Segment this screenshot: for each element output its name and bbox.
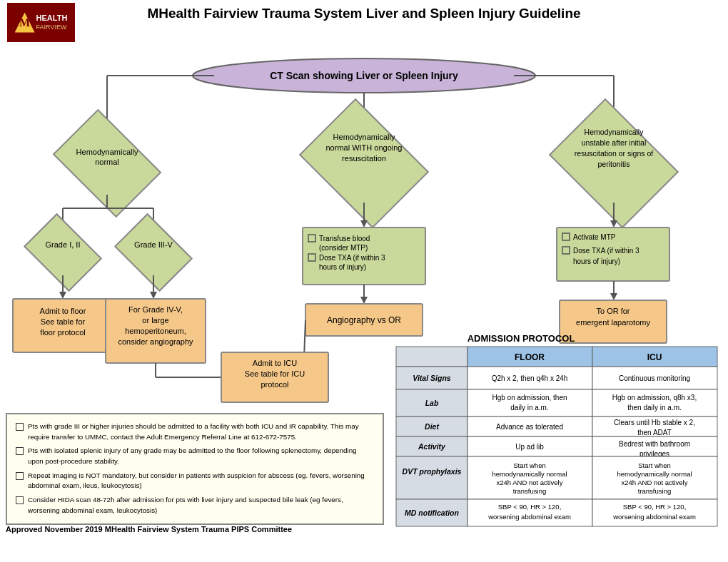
svg-marker-3 (103, 128, 111, 135)
page-title: MHealth Fairview Trauma System Liver and… (7, 6, 721, 21)
svg-text:SBP < 90, HR > 120,: SBP < 90, HR > 120, (623, 503, 687, 511)
svg-text:consider angiography: consider angiography (118, 337, 193, 346)
svg-text:or large: or large (142, 316, 168, 325)
svg-marker-52 (360, 297, 368, 304)
svg-marker-23 (59, 292, 66, 299)
svg-rect-68 (557, 228, 669, 281)
svg-text:SBP < 90, HR > 120,: SBP < 90, HR > 120, (498, 503, 562, 511)
svg-text:Diet: Diet (425, 422, 439, 431)
svg-rect-53 (305, 304, 423, 336)
svg-text:MD notification: MD notification (405, 509, 459, 517)
svg-text:Lab: Lab (425, 399, 439, 407)
svg-text:Start when: Start when (638, 461, 670, 469)
svg-rect-101 (592, 417, 717, 436)
svg-text:normal WITH ongoing: normal WITH ongoing (326, 143, 403, 152)
svg-text:peritonitis: peritonitis (598, 160, 630, 168)
svg-text:transfusing: transfusing (638, 487, 671, 495)
svg-text:Hemodynamically: Hemodynamically (333, 133, 395, 141)
svg-rect-125 (396, 499, 467, 526)
note-item-1: Pts with grade III or higher injuries sh… (16, 422, 374, 442)
top-node-text: CT Scan showing Liver or Spleen Injury (270, 70, 458, 81)
svg-rect-127 (592, 499, 717, 526)
svg-rect-45 (308, 235, 315, 242)
svg-text:Activity: Activity (418, 442, 446, 451)
svg-text:worsening abdominal exam: worsening abdominal exam (487, 513, 571, 521)
svg-marker-67 (610, 220, 617, 228)
svg-rect-92 (467, 389, 592, 417)
svg-text:See table for: See table for (41, 317, 86, 326)
svg-rect-93 (592, 389, 717, 417)
svg-text:resuscitation: resuscitation (342, 154, 386, 163)
svg-text:Vital Signs: Vital Signs (413, 374, 450, 382)
svg-text:Angiography vs OR: Angiography vs OR (327, 315, 401, 325)
svg-text:hours of injury): hours of injury) (573, 257, 620, 265)
notes-box: Pts with grade III or higher injuries sh… (6, 413, 384, 525)
svg-text:x24h  AND not actively: x24h AND not actively (622, 479, 688, 486)
svg-text:Continuous monitoring: Continuous monitoring (619, 374, 690, 382)
svg-rect-91 (396, 389, 467, 417)
svg-text:daily in a.m.: daily in a.m. (510, 404, 548, 412)
svg-text:Q2h x 2, then q4h x 24h: Q2h x 2, then q4h x 24h (492, 374, 568, 382)
svg-rect-80 (396, 347, 467, 367)
svg-text:Hgb on admission, q8h x3,: Hgb on admission, q8h x3, (612, 394, 697, 402)
svg-line-55 (303, 320, 305, 377)
svg-rect-71 (562, 247, 570, 254)
note-item-4: Consider HIDA scan 48-72h after admissio… (16, 495, 374, 516)
svg-rect-113 (396, 456, 467, 499)
svg-marker-17 (150, 225, 157, 233)
svg-rect-126 (467, 499, 592, 526)
svg-rect-81 (467, 347, 592, 367)
svg-text:Advance as tolerated: Advance as tolerated (496, 423, 563, 431)
note-item-3: Repeat imaging is NOT mandatory, but con… (16, 471, 374, 491)
svg-rect-85 (396, 367, 467, 389)
svg-text:emergent laparotomy: emergent laparotomy (576, 318, 650, 327)
svg-rect-115 (592, 456, 717, 499)
svg-marker-15 (59, 225, 66, 233)
svg-rect-44 (303, 228, 425, 285)
svg-text:(consider MTP): (consider MTP) (319, 244, 368, 252)
svg-text:ADMISSION PROTOCOL: ADMISSION PROTOCOL (467, 333, 575, 344)
svg-rect-114 (467, 456, 592, 499)
svg-text:Admit to floor: Admit to floor (40, 307, 86, 315)
svg-text:transfusing: transfusing (513, 487, 546, 495)
svg-rect-20 (115, 214, 191, 290)
svg-text:DVT prophylaxis: DVT prophylaxis (403, 467, 462, 476)
svg-text:Hemodynamically: Hemodynamically (585, 128, 644, 136)
svg-marker-5 (360, 128, 368, 135)
svg-text:unstable after initial: unstable after initial (582, 138, 646, 147)
svg-text:For  Grade IV-V,: For Grade IV-V, (128, 305, 183, 314)
footer: Approved November 2019 MHealth Fairview … (6, 525, 292, 533)
svg-text:See table for ICU: See table for ICU (245, 369, 305, 378)
svg-text:Bedrest with bathroom: Bedrest with bathroom (619, 440, 690, 448)
svg-text:To OR for: To OR for (596, 307, 630, 315)
svg-text:worsening abdominal exam: worsening abdominal exam (612, 513, 696, 521)
svg-text:hours of injury): hours of injury) (319, 263, 366, 271)
note-item-2: Pts with isolated splenic injury of any … (16, 446, 374, 466)
svg-rect-87 (592, 367, 717, 389)
svg-rect-30 (106, 299, 206, 363)
svg-text:ICU: ICU (647, 352, 662, 362)
svg-marker-43 (360, 220, 368, 228)
svg-text:Grade I, II: Grade I, II (46, 240, 81, 249)
svg-rect-57 (221, 352, 328, 402)
svg-rect-69 (562, 233, 570, 240)
svg-text:Dose TXA (if within 3: Dose TXA (if within 3 (573, 247, 639, 255)
svg-rect-82 (592, 347, 717, 367)
svg-text:privileges: privileges (639, 450, 669, 458)
svg-rect-86 (467, 367, 592, 389)
svg-text:x24h AND not actively: x24h AND not actively (497, 479, 563, 486)
svg-text:then daily in a.m.: then daily in a.m. (627, 404, 682, 412)
svg-text:Hgb on admission, then: Hgb on admission, then (492, 394, 567, 402)
svg-text:FLOOR: FLOOR (515, 352, 545, 362)
svg-text:Hemodynamically: Hemodynamically (76, 148, 138, 156)
svg-rect-61 (550, 99, 678, 228)
svg-rect-108 (592, 436, 717, 456)
svg-text:Activate MTP: Activate MTP (573, 233, 616, 241)
svg-rect-76 (560, 300, 667, 343)
svg-text:floor protocol: floor protocol (40, 328, 86, 337)
svg-rect-9 (54, 110, 161, 217)
svg-rect-107 (467, 436, 592, 456)
svg-text:Grade III-V: Grade III-V (134, 240, 173, 249)
svg-text:then ADAT: then ADAT (637, 429, 672, 436)
svg-text:Dose TXA (if within 3: Dose TXA (if within 3 (319, 254, 385, 262)
